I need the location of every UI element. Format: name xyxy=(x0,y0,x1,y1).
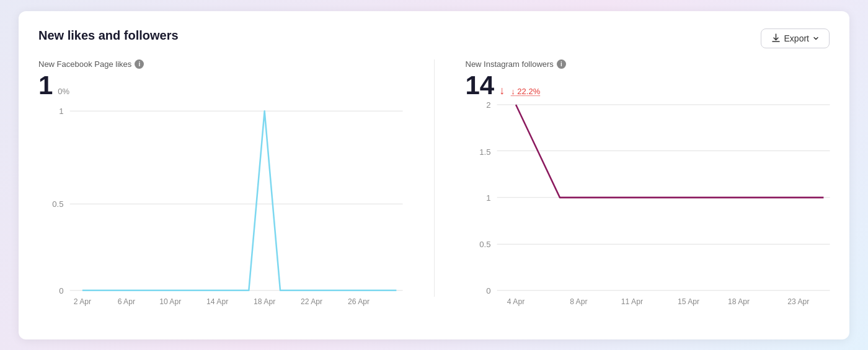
instagram-chart-svg: 2 1.5 1 0.5 0 4 Apr 8 Apr 11 Apr 15 Apr … xyxy=(466,105,830,297)
export-button[interactable]: Export xyxy=(761,28,830,48)
facebook-info-icon[interactable]: i xyxy=(135,59,144,69)
chevron-down-icon xyxy=(813,35,819,42)
svg-text:6 Apr: 6 Apr xyxy=(118,297,135,306)
facebook-chart-svg: 1 0.5 0 2 Apr 6 Apr 10 Apr 14 Apr 18 Apr… xyxy=(38,105,403,297)
facebook-chart-wrapper: 1 0.5 0 2 Apr 6 Apr 10 Apr 14 Apr 18 Apr… xyxy=(38,105,403,297)
svg-text:0.5: 0.5 xyxy=(52,199,63,209)
svg-text:26 Apr: 26 Apr xyxy=(348,297,370,306)
main-card: New likes and followers Export New Faceb… xyxy=(19,11,849,339)
svg-text:8 Apr: 8 Apr xyxy=(570,297,587,306)
instagram-metric-value: 14 xyxy=(466,72,495,98)
instagram-chart-label: New Instagram followers i xyxy=(466,59,830,69)
section-divider xyxy=(434,59,435,297)
svg-text:0: 0 xyxy=(59,286,63,295)
facebook-metric-value: 1 xyxy=(38,72,53,98)
svg-text:22 Apr: 22 Apr xyxy=(301,297,322,306)
svg-text:18 Apr: 18 Apr xyxy=(254,297,275,306)
svg-text:0.5: 0.5 xyxy=(479,240,490,249)
svg-text:18 Apr: 18 Apr xyxy=(728,297,750,306)
facebook-chart-label: New Facebook Page likes i xyxy=(38,59,403,69)
card-header: New likes and followers Export xyxy=(38,28,830,48)
page-title: New likes and followers xyxy=(38,28,179,43)
charts-row: New Facebook Page likes i 1 0% 1 0.5 0 xyxy=(38,59,830,297)
download-icon xyxy=(771,33,781,43)
svg-text:1: 1 xyxy=(486,193,490,202)
svg-text:1.5: 1.5 xyxy=(479,147,490,156)
instagram-info-icon[interactable]: i xyxy=(557,59,566,69)
svg-text:2 Apr: 2 Apr xyxy=(74,297,91,306)
svg-text:0: 0 xyxy=(486,286,490,295)
facebook-metric-change: 0% xyxy=(58,87,69,96)
instagram-section: New Instagram followers i 14 ↓ 22.2% xyxy=(466,59,830,297)
svg-text:11 Apr: 11 Apr xyxy=(621,297,642,306)
facebook-section: New Facebook Page likes i 1 0% 1 0.5 0 xyxy=(38,59,403,297)
down-arrow-icon: ↓ xyxy=(499,84,505,97)
svg-text:10 Apr: 10 Apr xyxy=(159,297,181,306)
export-label: Export xyxy=(784,33,809,43)
svg-text:14 Apr: 14 Apr xyxy=(206,297,228,306)
svg-text:1: 1 xyxy=(59,107,63,116)
facebook-metric-row: 1 0% xyxy=(38,72,403,98)
svg-text:15 Apr: 15 Apr xyxy=(678,297,699,306)
svg-text:23 Apr: 23 Apr xyxy=(787,297,809,306)
instagram-metric-change: 22.2% xyxy=(511,87,540,96)
svg-text:2: 2 xyxy=(486,100,490,110)
svg-text:4 Apr: 4 Apr xyxy=(507,297,524,306)
instagram-metric-row: 14 ↓ 22.2% xyxy=(466,72,830,98)
instagram-chart-wrapper: 2 1.5 1 0.5 0 4 Apr 8 Apr 11 Apr 15 Apr … xyxy=(466,105,830,297)
